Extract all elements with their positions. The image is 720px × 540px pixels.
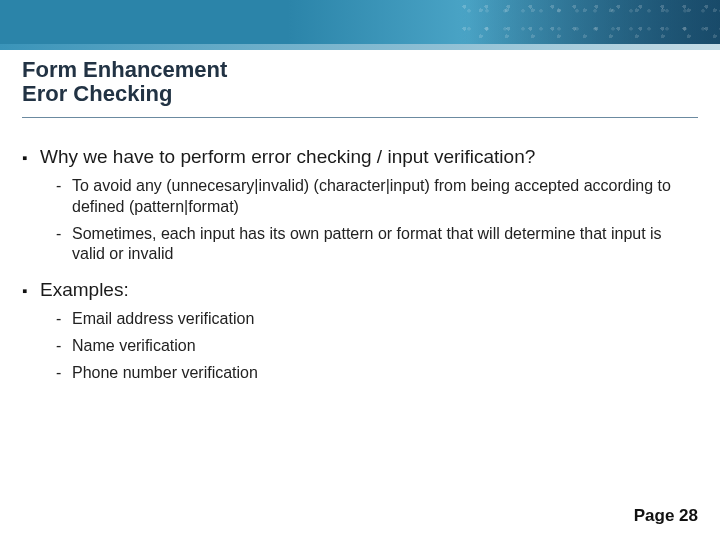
page-number: Page 28 <box>634 506 698 526</box>
list-item-text: To avoid any (unnecesary|invalid) (chara… <box>72 176 698 218</box>
section-heading: ▪ Examples: <box>22 279 698 303</box>
slide-title: Form Enhancement Eror Checking <box>22 58 698 106</box>
list-item: - To avoid any (unnecesary|invalid) (cha… <box>22 176 698 218</box>
dash-bullet-icon: - <box>56 309 72 330</box>
list-item-text: Sometimes, each input has its own patter… <box>72 224 698 266</box>
square-bullet-icon: ▪ <box>22 279 40 303</box>
top-band-decoration <box>0 0 720 44</box>
dash-bullet-icon: - <box>56 363 72 384</box>
list-item: - Phone number verification <box>22 363 698 384</box>
dash-bullet-icon: - <box>56 176 72 218</box>
dash-bullet-icon: - <box>56 336 72 357</box>
list-item-text: Name verification <box>72 336 196 357</box>
square-bullet-icon: ▪ <box>22 146 40 170</box>
dash-bullet-icon: - <box>56 224 72 266</box>
title-line-2: Eror Checking <box>22 82 698 106</box>
list-item-text: Email address verification <box>72 309 254 330</box>
list-item: - Sometimes, each input has its own patt… <box>22 224 698 266</box>
list-item: - Name verification <box>22 336 698 357</box>
top-accent-line <box>0 44 720 50</box>
section-heading: ▪ Why we have to perform error checking … <box>22 146 698 170</box>
section-heading-text: Examples: <box>40 279 129 303</box>
title-underline <box>22 117 698 118</box>
section-heading-text: Why we have to perform error checking / … <box>40 146 535 170</box>
title-line-1: Form Enhancement <box>22 58 698 82</box>
slide-body: ▪ Why we have to perform error checking … <box>22 140 698 390</box>
list-item: - Email address verification <box>22 309 698 330</box>
slide: Form Enhancement Eror Checking ▪ Why we … <box>0 0 720 540</box>
list-item-text: Phone number verification <box>72 363 258 384</box>
